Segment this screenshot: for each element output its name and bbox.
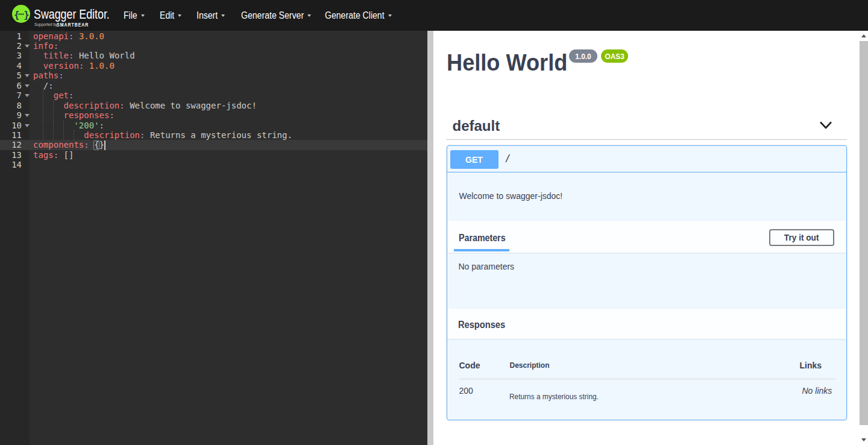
swagger-ui-pane: Hello World 1.0.0 OAS3 default GET / Wel… bbox=[433, 31, 859, 445]
code-token-txt bbox=[84, 61, 89, 71]
code-token-key: responses bbox=[64, 110, 110, 120]
code-line: get: bbox=[33, 90, 74, 100]
code-token-txt: Welcome to swagger-jsdoc! bbox=[125, 101, 257, 110]
code-token-txt bbox=[33, 121, 74, 130]
menu-file[interactable]: File bbox=[124, 0, 145, 31]
menu-label: Insert bbox=[197, 10, 218, 21]
code-token-str: '200' bbox=[74, 121, 99, 130]
code-line: info: bbox=[33, 41, 58, 51]
responses-col-code: Code bbox=[459, 361, 480, 370]
scrollbar-thumb[interactable] bbox=[860, 41, 868, 425]
menu-label: File bbox=[124, 10, 137, 21]
topbar: { } Swagger Editor. Supported by SMARTBE… bbox=[0, 0, 868, 31]
responses-col-links: Links bbox=[800, 361, 822, 370]
code-line: description: Returns a mysterious string… bbox=[33, 130, 292, 140]
code-token-txt bbox=[33, 61, 43, 71]
menu-generate-server[interactable]: Generate Server bbox=[241, 0, 311, 31]
gutter-line-number: 14 bbox=[0, 160, 30, 169]
fold-arrow-icon[interactable] bbox=[25, 124, 30, 127]
pane-splitter[interactable] bbox=[427, 31, 433, 445]
menu-edit[interactable]: Edit bbox=[160, 0, 181, 31]
code-token-txt: /: bbox=[33, 81, 54, 90]
code-token-txt bbox=[33, 130, 84, 140]
api-title: Hello World bbox=[447, 50, 567, 76]
code-token-txt: Returns a mysterious string. bbox=[145, 130, 292, 140]
caret-down-icon bbox=[178, 14, 181, 17]
code-line: openapi: 3.0.0 bbox=[33, 31, 104, 41]
menu-bar: FileEditInsertGenerate ServerGenerate Cl… bbox=[0, 0, 868, 31]
menu-label: Edit bbox=[160, 10, 174, 21]
gutter-line-number: 8 bbox=[0, 101, 30, 110]
right-pane-scrollbar[interactable] bbox=[859, 31, 868, 445]
responses-table-divider bbox=[459, 379, 835, 379]
code-line: tags: [] bbox=[33, 150, 74, 160]
code-token-key: version bbox=[43, 61, 79, 71]
code-token-key: get bbox=[54, 90, 69, 100]
code-token-txt bbox=[33, 90, 54, 100]
bracket-match-highlight bbox=[93, 140, 99, 150]
caret-down-icon bbox=[221, 14, 225, 17]
code-token-key: description bbox=[64, 101, 120, 110]
code-token-key: title bbox=[43, 51, 69, 60]
menu-label: Generate Server bbox=[241, 10, 304, 21]
responses-title: Responses bbox=[458, 320, 505, 330]
gutter-line-number: 13 bbox=[0, 150, 30, 160]
code-token-kw: : bbox=[69, 90, 74, 100]
code-token-kw: : bbox=[54, 150, 58, 160]
chevron-down-icon[interactable] bbox=[819, 121, 832, 130]
gutter-line-number: 11 bbox=[0, 130, 30, 140]
gutter-line-number: 1 bbox=[0, 31, 30, 41]
code-token-txt: [] bbox=[58, 150, 74, 160]
operation-path[interactable]: / bbox=[505, 153, 511, 164]
operation-summary[interactable]: GET / bbox=[447, 146, 846, 172]
code-token-kw: : bbox=[84, 140, 89, 150]
tag-section-header[interactable]: default bbox=[446, 107, 847, 140]
code-token-txt bbox=[33, 101, 64, 110]
response-code: 200 bbox=[459, 386, 473, 396]
code-token-key: paths bbox=[33, 71, 58, 80]
code-editor[interactable]: 1openapi: 3.0.02info:3 title: Hello Worl… bbox=[0, 31, 427, 445]
menu-insert[interactable]: Insert bbox=[197, 0, 225, 31]
gutter-line-number: 4 bbox=[0, 61, 30, 71]
response-description: Returns a mysterious string. bbox=[509, 393, 599, 401]
get-method-button[interactable]: GET bbox=[450, 150, 498, 169]
code-line: /: bbox=[33, 81, 54, 90]
fold-arrow-icon[interactable] bbox=[25, 74, 30, 77]
code-line: responses: bbox=[33, 110, 115, 120]
caret-down-icon bbox=[307, 14, 311, 17]
code-token-txt bbox=[74, 31, 78, 41]
try-it-out-button[interactable]: Try it out bbox=[769, 229, 834, 246]
scrollbar-up-arrow[interactable] bbox=[859, 31, 868, 41]
code-token-num: 1.0.0 bbox=[89, 61, 115, 71]
no-parameters-text: No parameters bbox=[459, 262, 515, 271]
version-badge: 1.0.0 bbox=[569, 49, 597, 63]
parameters-tab-underline bbox=[454, 249, 509, 251]
code-line: description: Welcome to swagger-jsdoc! bbox=[33, 101, 257, 110]
code-token-kw: : bbox=[109, 110, 114, 120]
code-line: version: 1.0.0 bbox=[33, 61, 115, 71]
code-token-key: tags bbox=[33, 150, 54, 160]
code-line: '200': bbox=[33, 121, 104, 130]
code-token-kw: : bbox=[54, 41, 58, 51]
tag-name: default bbox=[453, 118, 500, 134]
fold-arrow-icon[interactable] bbox=[25, 114, 30, 117]
fold-arrow-icon[interactable] bbox=[25, 84, 30, 87]
fold-arrow-icon[interactable] bbox=[25, 94, 30, 97]
code-token-txt bbox=[33, 51, 43, 60]
code-token-key: openapi bbox=[33, 31, 69, 41]
gutter-line-number: 12 bbox=[0, 140, 30, 150]
code-token-kw: : bbox=[58, 71, 63, 80]
gutter-line-number: 3 bbox=[0, 51, 30, 60]
menu-label: Generate Client bbox=[325, 10, 385, 21]
code-token-kw: : bbox=[119, 101, 124, 110]
menu-generate-client[interactable]: Generate Client bbox=[325, 0, 392, 31]
operation-block-get: GET / Welcome to swagger-jsdoc! Paramete… bbox=[447, 145, 847, 420]
scrollbar-down-arrow[interactable] bbox=[859, 435, 868, 445]
code-token-txt: : bbox=[99, 121, 104, 130]
caret-down-icon bbox=[388, 14, 392, 17]
responses-col-description: Description bbox=[510, 361, 550, 370]
fold-arrow-icon[interactable] bbox=[25, 45, 30, 48]
code-token-key: info bbox=[33, 41, 54, 51]
parameters-title: Parameters bbox=[459, 233, 506, 244]
code-line: paths: bbox=[33, 71, 64, 80]
